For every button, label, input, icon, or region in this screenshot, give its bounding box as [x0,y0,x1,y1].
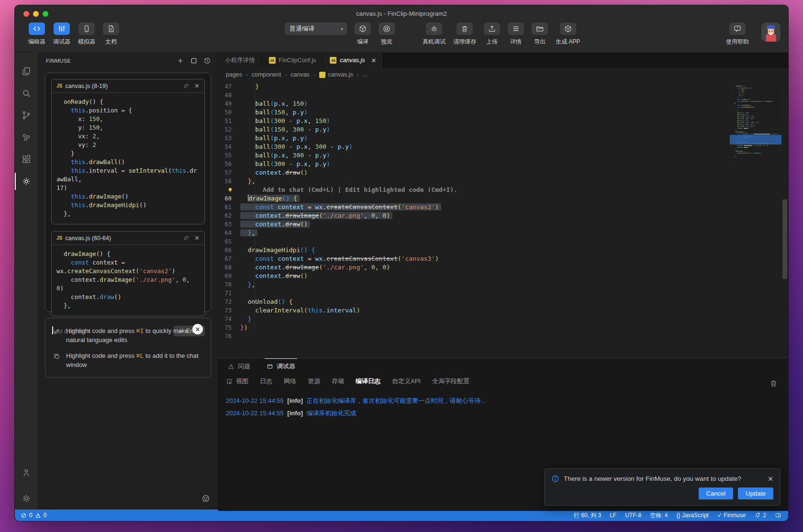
trash-icon [457,22,473,35]
chat-panel[interactable]: JScanvas.js (8-19)✕ onReady() { this.pos… [45,73,211,312]
minimap-selection-band [730,135,781,144]
tips-close-button[interactable]: ✕ [192,324,203,334]
editor-scrollbar[interactable] [781,81,788,358]
activitybar-source-control[interactable] [15,104,38,126]
status-item[interactable]: 空格: 4 [650,511,668,520]
toolbar-help-button[interactable]: ? 使用帮助 [726,22,749,46]
status-item[interactable]: LF [610,512,616,519]
status-item[interactable]: {} JavaScript [677,512,709,519]
help-chat-icon: ? [729,22,746,35]
panel-subtab-global-fields[interactable]: 全局字段配置 [432,377,469,386]
minimize-window-button[interactable] [33,11,39,17]
paperclip-icon[interactable] [183,235,190,241]
tab-FinClipConf.js[interactable]: JSFinClipConf.js [262,53,323,68]
toolbar-clear-cache-button[interactable]: 清理缓存 [453,22,476,46]
sliders-icon [54,22,70,35]
notifications-bell[interactable]: 2 [754,512,766,519]
js-file-icon: JS [330,57,336,64]
activitybar-extensions[interactable] [15,148,38,170]
layout-toggle-icon[interactable] [775,512,781,519]
panel-subtab-storage[interactable]: 存储 [332,377,344,386]
update-button[interactable]: Update [738,488,773,499]
toolbar-upload-label: 上传 [486,38,498,46]
panel-subtab-network[interactable]: 网络 [284,377,296,386]
toolbar-simulator-label: 模拟器 [78,38,95,46]
activitybar-search[interactable] [15,82,38,104]
toolbar-real-device-debug-button[interactable]: 真机调试 [423,22,446,46]
breadcrumb-item[interactable]: ... [362,71,367,78]
breadcrumb-item[interactable]: canvas.js [319,71,353,78]
chevron-down-icon: ▾ [341,26,343,32]
toolbar-compile-label: 编译 [357,38,368,46]
activitybar-explorer[interactable] [15,60,38,82]
new-chat-icon[interactable] [177,57,184,65]
context-card-close-icon[interactable]: ✕ [194,235,200,241]
context-card-code: onReady() { this.position = { x: 150, y:… [52,93,204,224]
code-editor[interactable]: 47 }4849 ball(p.x, 150)50 ball(150, p.y)… [218,81,788,358]
code-line: 62····context.drawImage('./car.png',·0,·… [218,211,731,220]
status-item[interactable]: ✓ Finmuse [717,512,746,519]
minimap[interactable]: onReady() { this.position = { x: 150, y:… [734,85,778,158]
activitybar-settings[interactable] [15,488,38,510]
panel-subtab-compile-log[interactable]: 编译日志 [356,377,380,386]
activitybar-account[interactable] [15,462,38,484]
cube-icon [355,22,371,35]
toolbar-details-button[interactable]: 详情 [508,22,524,46]
toolbar-preview-button[interactable]: 预览 [379,22,395,46]
scrollbar-thumb[interactable] [782,200,787,279]
activitybar-finmuse[interactable] [15,170,38,192]
code-line: 73 clearInterval(this.interval) [218,306,731,315]
lightbulb-icon[interactable] [218,186,240,194]
status-item[interactable]: 行 60, 列 3 [574,511,601,520]
status-bar-right: 行 60, 列 3LFUTF-8空格: 4{} JavaScript✓ Finm… [574,511,781,520]
title-bar: canvas.js - FinClip-Miniprogram2 [15,5,788,22]
doc-icon [103,22,119,35]
toolbar-export-button[interactable]: 导出 [532,22,548,46]
panel-subtab-resources[interactable]: 资源 [308,377,320,386]
activitybar-components[interactable] [15,126,38,148]
toolbar-docs-button[interactable]: 文档 [103,22,119,46]
panel-tab-problems[interactable]: 问题 [226,358,252,374]
toolbar-preview-label: 预览 [381,38,392,46]
toolbar-compile-button[interactable]: 编译 [355,22,371,46]
tab-close-icon[interactable]: ✕ [371,57,376,64]
panel-subtab-log[interactable]: 日志 [260,377,272,386]
toolbar-generate-app-button[interactable]: 生成 APP [556,22,580,46]
toolbar-simulator-button[interactable]: 模拟器 [78,22,95,46]
feedback-smiley-icon[interactable] [201,494,210,505]
breadcrumb-item[interactable]: canvas [290,71,310,78]
toolbar-upload-button[interactable]: 上传 [484,22,500,46]
code-line: 63····context.draw() [218,220,731,229]
tab-小程序详情[interactable]: 小程序详情 [218,53,262,68]
notification-close-icon[interactable]: ✕ [768,475,773,483]
status-item[interactable]: UTF-8 [625,512,641,519]
cancel-button[interactable]: Cancel [699,488,733,499]
panel-subtab-custom-api[interactable]: 自定义API [392,377,421,386]
toolbar-details-label: 详情 [510,38,522,46]
phone-icon [78,22,95,35]
close-window-button[interactable] [23,11,29,17]
panel-tab-debugger[interactable]: 调试器 [265,358,297,374]
context-card-close-icon[interactable]: ✕ [194,83,200,89]
context-card-header: JScanvas.js (8-19)✕ [52,79,204,93]
window-title: canvas.js - FinClip-Miniprogram2 [15,5,788,22]
layout-icon[interactable] [190,57,198,65]
paperclip-icon[interactable] [183,83,190,89]
problems-status[interactable]: 0 0 [21,512,46,519]
compile-mode-dropdown[interactable]: 普通编译 ▾ [285,22,347,35]
code-line: 58 }, [218,177,731,186]
clear-logs-trash-icon[interactable] [770,379,778,389]
history-icon[interactable] [203,57,211,65]
breadcrumb-item[interactable]: component [252,71,281,78]
maximize-window-button[interactable] [43,11,48,17]
tab-canvas.js[interactable]: JScanvas.js✕ [323,53,383,68]
user-avatar[interactable] [761,22,781,42]
tip-item: Highlight code and press ⌘I to quickly m… [53,327,203,345]
code-line: 67 const context = wx.createCanvasContex… [218,255,731,263]
breadcrumb-item[interactable]: pages [226,71,242,78]
panel-subtab-view[interactable]: 视图 [226,377,248,386]
code-line: 56 ball(300 - p.x, p.y) [218,160,731,168]
toolbar-debugger-button[interactable]: 调试器 [53,22,70,46]
upload-icon [484,22,500,35]
toolbar-editor-button[interactable]: 编辑器 [28,22,45,46]
